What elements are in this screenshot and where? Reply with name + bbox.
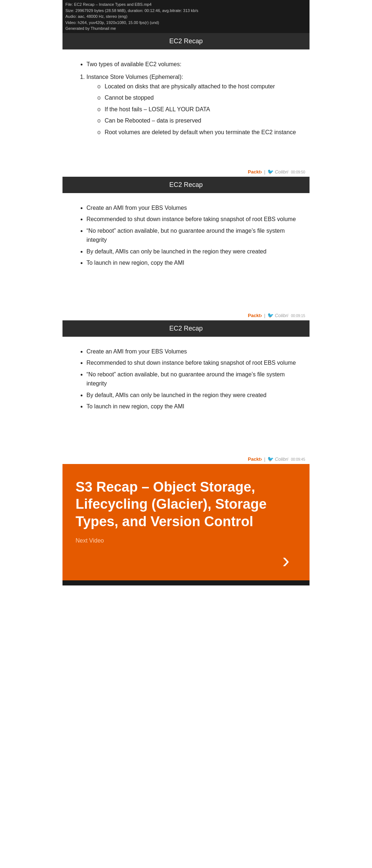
colibri-label-2: Colibri [275, 313, 288, 318]
slide1-bullet1: Two types of available EC2 volumes: [86, 60, 296, 69]
timestamp-1: 00:09:50 [291, 170, 305, 174]
slide2-branding: EC2 Recap Packt› | 🐦 Colibri 00:09:15 [62, 309, 310, 320]
slide2-bullet5: To launch in new region, copy the AMI [86, 258, 296, 268]
colibri-label-1: Colibri [275, 169, 288, 175]
slide1-sub3: If the host fails – LOSE ALL YOUR DATA [97, 105, 296, 114]
s3-title: S3 Recap – Object Storage, Lifecycling (… [76, 479, 296, 531]
slide2-content: Create an AMI from your EBS Volumes Reco… [62, 193, 310, 309]
file-info-line2: Size: 29967929 bytes (28.58 MiB), durati… [65, 8, 307, 14]
slide1-sub2: Cannot be stopped [97, 93, 296, 103]
timestamp-3: 00:09:45 [291, 457, 305, 461]
slide3-bullet1: Create an AMI from your EBS Volumes [86, 347, 296, 356]
slide3-bullet5: To launch in new region, copy the AMI [86, 402, 296, 411]
slide1-content: Two types of available EC2 volumes: Inst… [62, 49, 310, 166]
file-info-line5: Generated by Thumbnail me [65, 25, 307, 32]
slide1-sub5: Root volumes are deleted by default when… [97, 128, 296, 137]
file-info-bar: File: EC2 Recap – Instance Types and EBS… [62, 0, 310, 33]
colibri-label-3: Colibri [275, 456, 288, 462]
slide1-numbered1: Instance Store Volumes (Ephemeral): Loca… [86, 72, 296, 137]
packt-label-3: Packt› [248, 456, 262, 462]
slide3-bullet2: Recommended to shut down instance before… [86, 358, 296, 368]
file-info-line1: File: EC2 Recap – Instance Types and EBS… [65, 1, 307, 8]
file-info-line4: Video: h264, yuv420p, 1920x1080, 15.00 f… [65, 20, 307, 26]
slide3-bullet4: By default, AMIs can only be launched in… [86, 391, 296, 400]
slide1-branding: Packt› | 🐦 Colibri 00:09:50 [62, 166, 310, 177]
branding-separator-3: | [264, 456, 265, 462]
next-video-label: Next Video [76, 537, 296, 544]
s3-section: S3 Recap – Object Storage, Lifecycling (… [62, 464, 310, 581]
bird-icon-3: 🐦 [267, 456, 274, 462]
slide1-sub1: Located on disks that are physically att… [97, 82, 296, 91]
slide2-bullet1: Create an AMI from your EBS Volumes [86, 203, 296, 213]
bird-icon-1: 🐦 [267, 169, 274, 175]
slide3-bullet3: “No reboot” action available, but no gua… [86, 370, 296, 388]
slide1-header: EC2 Recap [62, 33, 310, 49]
bottom-bar [62, 580, 310, 585]
slide2-bullet3: “No reboot” action available, but no gua… [86, 226, 296, 245]
slide3-content: Create an AMI from your EBS Volumes Reco… [62, 337, 310, 453]
slide2-header: EC2 Recap [62, 177, 310, 193]
slide2-bullet4: By default, AMIs can only be launched in… [86, 247, 296, 256]
chevron-right-icon[interactable] [277, 551, 295, 569]
packt-label-2: Packt› [248, 313, 262, 318]
timestamp-2: 00:09:15 [291, 314, 305, 318]
slide3-header: EC2 Recap [62, 320, 310, 337]
slide2-bullet2: Recommended to shut down instance before… [86, 215, 296, 224]
branding-separator-1: | [264, 169, 265, 175]
slide3-branding: Packt› | 🐦 Colibri 00:09:45 [62, 453, 310, 464]
slide1-sub4: Can be Rebooted – data is preserved [97, 116, 296, 125]
bird-icon-2: 🐦 [267, 312, 274, 318]
packt-logo-1: Packt› [248, 169, 262, 175]
file-info-line3: Audio: aac, 48000 Hz, stereo (eng) [65, 13, 307, 20]
branding-separator-2: | [264, 313, 265, 318]
